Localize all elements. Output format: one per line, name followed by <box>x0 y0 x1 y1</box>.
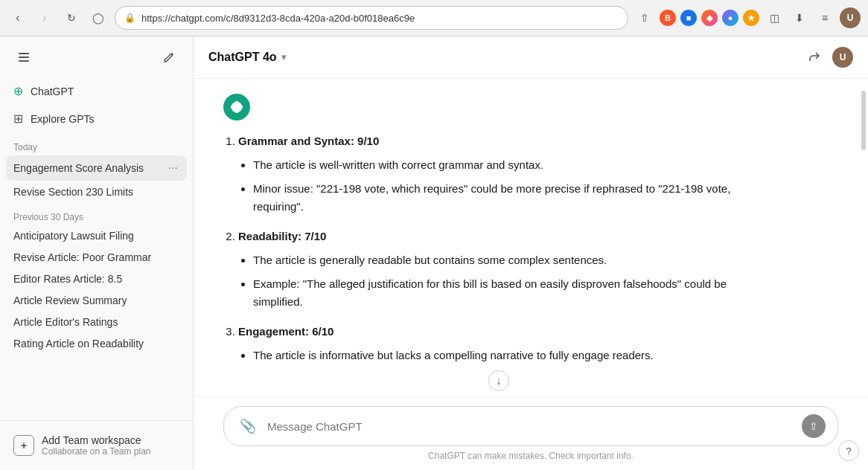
sidebar-footer: + Add Team workspace Collaborate on a Te… <box>0 420 193 470</box>
attach-button[interactable]: 📎 <box>236 414 260 438</box>
forward-button[interactable]: › <box>34 7 55 28</box>
chat-item-engagement-score[interactable]: Engagement Score Analysis ··· <box>6 155 187 181</box>
share-chat-button[interactable] <box>802 45 826 69</box>
message-content: Grammar and Syntax: 9/10 The article is … <box>223 132 744 391</box>
user-avatar[interactable]: U <box>840 7 861 28</box>
chat-item-editor-rates[interactable]: Editor Rates Article: 8.5 <box>6 268 187 289</box>
chat-item-text: Engagement Score Analysis <box>13 162 167 174</box>
chat-item-text: Revise Section 230 Limits <box>13 186 179 198</box>
sidebar-item-label: ChatGPT <box>31 86 74 97</box>
chatgpt-icon-row <box>223 94 838 120</box>
browser-toolbar: ‹ › ↻ ◯ 🔒 https://chatgpt.com/c/8d9312d3… <box>0 0 868 36</box>
chat-item-anticipatory[interactable]: Anticipatory Lawsuit Filing <box>6 225 187 246</box>
chat-area: ChatGPT 4o ▾ U Gramma <box>194 36 868 470</box>
brave-extension[interactable]: B <box>660 10 676 26</box>
list-item: Readability: 7/10 The article is general… <box>238 228 744 311</box>
bookmark-button[interactable]: ◯ <box>88 7 109 28</box>
svg-rect-0 <box>19 53 29 54</box>
svg-rect-2 <box>19 60 29 62</box>
chat-item-article-editors[interactable]: Article Editor's Ratings <box>6 312 187 332</box>
scroll-down-indicator: ↓ <box>253 370 744 391</box>
chat-item-article-review[interactable]: Article Review Summary <box>6 290 187 311</box>
add-team-button[interactable]: + Add Team workspace Collaborate on a Te… <box>6 428 187 463</box>
right-scrollbar[interactable] <box>859 79 868 396</box>
download-button[interactable]: ⬇ <box>789 7 810 28</box>
chat-item-revise-article[interactable]: Revise Article: Poor Grammar <box>6 247 187 268</box>
explore-gpts-icon: ⊞ <box>13 112 23 126</box>
menu-button[interactable]: ≡ <box>814 7 835 28</box>
sidebar: ⊕ ChatGPT ⊞ Explore GPTs Today Engagemen… <box>0 36 194 470</box>
item-heading: Readability: 7/10 <box>238 230 326 242</box>
sidebar-item-explore-gpts[interactable]: ⊞ Explore GPTs <box>6 106 187 132</box>
help-button[interactable]: ? <box>838 440 859 461</box>
reload-button[interactable]: ↻ <box>61 7 82 28</box>
footer-note: ChatGPT can make mistakes. Check importa… <box>223 446 838 464</box>
chat-item-text: Editor Rates Article: 8.5 <box>13 273 179 285</box>
list-item: Grammar and Syntax: 9/10 The article is … <box>238 132 744 216</box>
sidebar-item-label: Explore GPTs <box>31 113 95 125</box>
yellow-extension[interactable]: ★ <box>743 10 759 26</box>
extensions-button[interactable]: ◫ <box>764 7 785 28</box>
list-item: The article is well-written with correct… <box>253 156 744 174</box>
list-item: The article is generally readable but co… <box>253 251 744 269</box>
address-bar[interactable]: 🔒 https://chatgpt.com/c/8d9312d3-8cda-42… <box>115 6 628 30</box>
list-item: Example: "The alleged justification for … <box>253 275 744 311</box>
list-item: Engagement: 6/10 The article is informat… <box>238 323 744 391</box>
sidebar-item-chatgpt[interactable]: ⊕ ChatGPT <box>6 78 187 104</box>
model-name: ChatGPT 4o <box>208 51 277 64</box>
add-team-subtitle: Collaborate on a Team plan <box>42 446 151 457</box>
list-item: Minor issue: "221-198 vote, which requir… <box>253 180 744 216</box>
send-button[interactable]: ⇧ <box>802 414 826 438</box>
chat-user-avatar[interactable]: U <box>832 47 853 68</box>
browser-chrome: ‹ › ↻ ◯ 🔒 https://chatgpt.com/c/8d9312d3… <box>0 0 868 36</box>
chat-header-actions: U <box>802 45 853 69</box>
main-layout: ⊕ ChatGPT ⊞ Explore GPTs Today Engagemen… <box>0 36 868 470</box>
circle-extension[interactable]: ● <box>722 10 738 26</box>
today-section-label: Today <box>6 133 187 155</box>
sidebar-content: ⊕ ChatGPT ⊞ Explore GPTs Today Engagemen… <box>0 78 193 420</box>
add-team-title: Add Team workspace <box>42 434 151 446</box>
chat-input-area: 📎 ⇧ ChatGPT can make mistakes. Check imp… <box>194 396 868 470</box>
url-text: https://chatgpt.com/c/8d9312d3-8cda-420a… <box>141 13 619 24</box>
chat-input-box: 📎 ⇧ <box>223 406 838 446</box>
share-button[interactable]: ⇧ <box>634 7 655 28</box>
chat-item-menu-button[interactable]: ··· <box>167 160 179 176</box>
blue-extension[interactable]: ■ <box>680 10 697 26</box>
list-item: The article is informative but lacks a c… <box>253 347 744 391</box>
chat-item-text: Rating Article on Readability <box>13 338 179 350</box>
chatgpt-icon <box>223 94 250 120</box>
add-team-text: Add Team workspace Collaborate on a Team… <box>42 434 151 457</box>
item-heading: Engagement: 6/10 <box>238 325 334 338</box>
chat-messages[interactable]: Grammar and Syntax: 9/10 The article is … <box>194 79 868 396</box>
new-chat-button[interactable] <box>157 45 181 69</box>
chatgpt-logo-icon: ⊕ <box>13 84 23 98</box>
scrollbar-thumb <box>861 91 866 150</box>
chat-item-text: Anticipatory Lawsuit Filing <box>13 230 179 242</box>
browser-actions: ⇧ B ■ ◆ ● ★ ◫ ⬇ ≡ U <box>634 7 861 28</box>
item-heading: Grammar and Syntax: 9/10 <box>238 135 379 147</box>
chat-item-revise-section[interactable]: Revise Section 230 Limits <box>6 181 187 202</box>
scroll-down-button[interactable]: ↓ <box>488 370 509 391</box>
chat-item-text: Article Editor's Ratings <box>13 316 179 328</box>
gradient-extension[interactable]: ◆ <box>701 10 718 26</box>
chevron-down-icon: ▾ <box>281 52 286 62</box>
sidebar-header <box>0 36 193 78</box>
previous-section-label: Previous 30 Days <box>6 203 187 225</box>
back-button[interactable]: ‹ <box>7 7 28 28</box>
chat-item-rating-article[interactable]: Rating Article on Readability <box>6 333 187 354</box>
add-team-icon: + <box>13 435 34 456</box>
chat-item-text: Article Review Summary <box>13 294 179 306</box>
lock-icon: 🔒 <box>124 13 135 23</box>
chat-item-text: Revise Article: Poor Grammar <box>13 251 179 263</box>
chat-header: ChatGPT 4o ▾ U <box>194 36 868 79</box>
chat-input[interactable] <box>267 420 794 433</box>
toggle-sidebar-button[interactable] <box>12 45 36 69</box>
svg-rect-1 <box>19 57 29 58</box>
model-selector[interactable]: ChatGPT 4o ▾ <box>208 51 286 64</box>
